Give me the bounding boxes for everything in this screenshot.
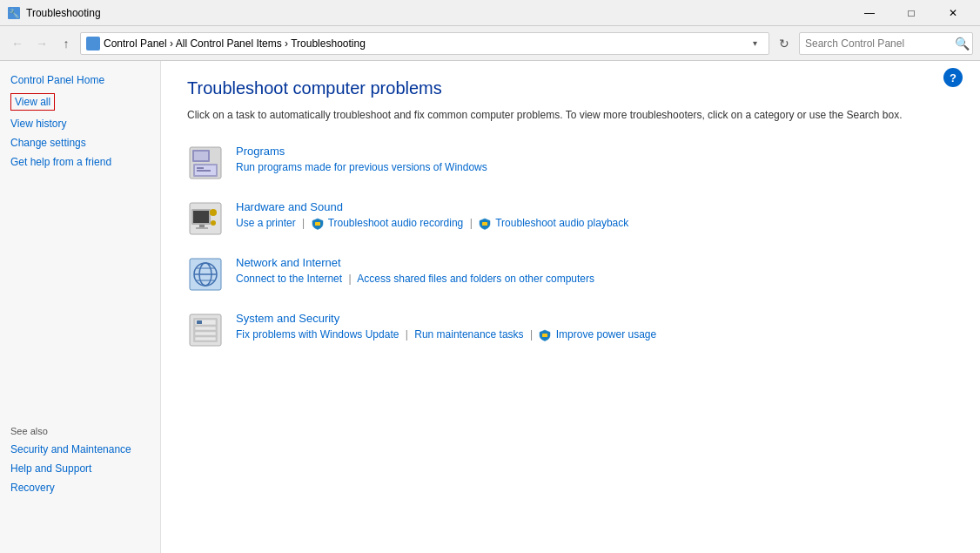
- security-links: Fix problems with Windows Update | Run m…: [236, 328, 656, 341]
- page-description: Click on a task to automatically trouble…: [187, 107, 954, 123]
- title-bar: 🔧 Troubleshooting — □ ✕: [0, 0, 980, 26]
- back-button[interactable]: ←: [7, 33, 28, 54]
- programs-link[interactable]: Programs: [236, 145, 487, 158]
- separator2: |: [470, 217, 473, 229]
- hardware-link[interactable]: Hardware and Sound: [236, 200, 628, 213]
- window-title: Troubleshooting: [26, 7, 849, 19]
- main-layout: Control Panel Home View all View history…: [0, 61, 980, 553]
- svg-point-14: [211, 220, 216, 226]
- address-bar-input[interactable]: Control Panel › All Control Panel Items …: [80, 32, 769, 55]
- window-icon: 🔧: [7, 6, 21, 20]
- address-icon: [86, 37, 100, 51]
- close-button[interactable]: ✕: [933, 0, 973, 26]
- sidebar-item-change-settings[interactable]: Change settings: [10, 137, 150, 149]
- see-also-section: See also Security and Maintenance Help a…: [10, 426, 150, 501]
- sidebar: Control Panel Home View all View history…: [0, 61, 161, 553]
- search-input[interactable]: [799, 32, 973, 55]
- use-printer-link[interactable]: Use a printer: [236, 217, 296, 229]
- hardware-links: Use a printer | Troubleshoot audio recor…: [236, 217, 628, 230]
- page-title: Troubleshoot computer problems: [187, 78, 954, 98]
- svg-rect-29: [195, 332, 216, 335]
- separator1: |: [302, 217, 305, 229]
- help-button[interactable]: ?: [943, 68, 963, 87]
- programs-icon: [187, 145, 224, 181]
- forward-button[interactable]: →: [31, 33, 52, 54]
- up-button[interactable]: ↑: [56, 33, 77, 54]
- security-content: System and Security Fix problems with Wi…: [236, 312, 656, 341]
- sidebar-item-control-panel-home[interactable]: Control Panel Home: [10, 74, 150, 86]
- content-area: Troubleshoot computer problems Click on …: [161, 61, 980, 553]
- category-network: Network and Internet Connect to the Inte…: [187, 256, 954, 293]
- category-programs: Programs Run programs made for previous …: [187, 145, 954, 181]
- svg-rect-16: [196, 227, 208, 229]
- hardware-icon: [187, 200, 224, 237]
- svg-point-13: [210, 209, 217, 216]
- network-link[interactable]: Network and Internet: [236, 256, 594, 269]
- refresh-button[interactable]: ↻: [773, 32, 795, 55]
- shield-icon-power: [539, 329, 551, 341]
- troubleshoot-audio-rec-link[interactable]: Troubleshoot audio recording: [328, 217, 464, 229]
- troubleshoot-audio-play-link[interactable]: Troubleshoot audio playback: [495, 217, 628, 229]
- separator4: |: [406, 328, 408, 341]
- category-security: System and Security Fix problems with Wi…: [187, 312, 954, 348]
- address-text: Control Panel › All Control Panel Items …: [104, 37, 746, 50]
- search-icon[interactable]: 🔍: [955, 37, 970, 51]
- svg-rect-15: [199, 225, 205, 227]
- shield-icon-audio-play: [479, 218, 491, 230]
- svg-rect-8: [197, 167, 204, 169]
- shield-icon-audio-rec: [312, 218, 324, 230]
- connect-internet-link[interactable]: Connect to the Internet: [236, 273, 342, 285]
- separator5: |: [530, 328, 533, 341]
- svg-rect-2: [89, 39, 97, 48]
- address-dropdown-button[interactable]: ▾: [746, 35, 763, 52]
- see-also-title: See also: [10, 426, 150, 436]
- run-programs-link[interactable]: Run programs made for previous versions …: [236, 161, 487, 173]
- sidebar-item-help-support[interactable]: Help and Support: [10, 462, 150, 475]
- svg-rect-30: [195, 337, 216, 341]
- category-hardware: Hardware and Sound Use a printer | Troub…: [187, 200, 954, 237]
- svg-rect-9: [197, 170, 211, 172]
- programs-links: Run programs made for previous versions …: [236, 161, 487, 173]
- address-bar: ← → ↑ Control Panel › All Control Panel …: [0, 26, 980, 61]
- svg-rect-18: [482, 222, 487, 226]
- sidebar-item-recovery[interactable]: Recovery: [10, 482, 150, 494]
- svg-rect-32: [542, 334, 547, 337]
- fix-windows-update-link[interactable]: Fix problems with Windows Update: [236, 328, 399, 341]
- search-container: 🔍: [799, 32, 973, 55]
- window-controls: — □ ✕: [849, 0, 973, 26]
- hardware-content: Hardware and Sound Use a printer | Troub…: [236, 200, 628, 230]
- minimize-button[interactable]: —: [849, 0, 889, 26]
- run-maintenance-link[interactable]: Run maintenance tasks: [414, 328, 523, 341]
- security-link[interactable]: System and Security: [236, 312, 656, 325]
- sidebar-item-security-maintenance[interactable]: Security and Maintenance: [10, 443, 150, 455]
- sidebar-item-get-help[interactable]: Get help from a friend: [10, 156, 150, 168]
- svg-rect-12: [193, 211, 209, 223]
- programs-content: Programs Run programs made for previous …: [236, 145, 487, 173]
- svg-rect-31: [197, 320, 202, 324]
- security-icon: [187, 312, 224, 348]
- sidebar-item-view-all[interactable]: View all: [10, 93, 55, 111]
- separator3: |: [348, 273, 351, 285]
- network-content: Network and Internet Connect to the Inte…: [236, 256, 594, 285]
- svg-rect-28: [195, 327, 216, 330]
- improve-power-link[interactable]: Improve power usage: [556, 328, 656, 341]
- network-links: Connect to the Internet | Access shared …: [236, 273, 594, 285]
- svg-rect-5: [194, 152, 208, 160]
- maximize-button[interactable]: □: [891, 0, 931, 26]
- network-icon: [187, 256, 224, 293]
- access-shared-link[interactable]: Access shared files and folders on other…: [357, 273, 594, 285]
- svg-text:🔧: 🔧: [9, 8, 20, 19]
- svg-rect-17: [315, 222, 320, 226]
- sidebar-item-view-history[interactable]: View history: [10, 118, 150, 130]
